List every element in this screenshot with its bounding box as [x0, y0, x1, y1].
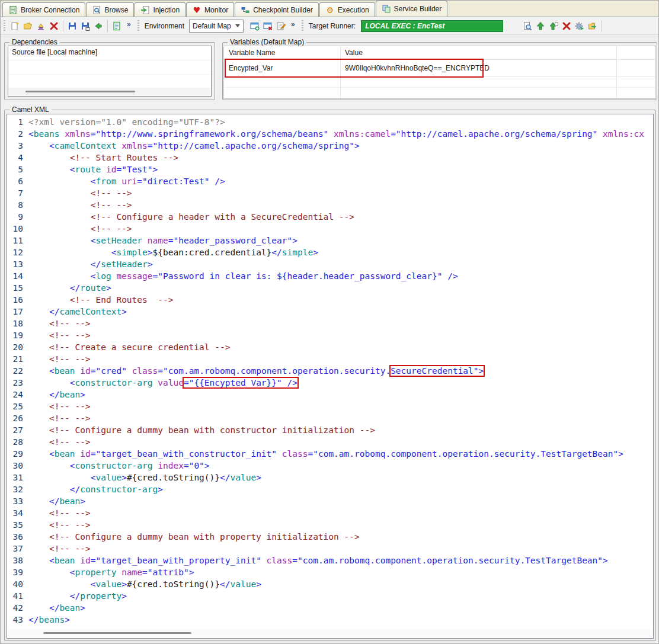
toolbar-grip[interactable]: [137, 20, 139, 32]
highlight-box: SecureCredential">: [391, 366, 484, 376]
toolbar-grip[interactable]: [4, 20, 5, 32]
toolbar-separator: [602, 20, 602, 32]
gear-icon: ⚙: [325, 5, 335, 15]
code-line: 2<beans xmlns="http://www.springframewor…: [7, 128, 653, 140]
variables-title: Variables (Default Map): [228, 38, 306, 46]
heart-icon: ♥: [192, 5, 201, 15]
report-icon[interactable]: [110, 20, 123, 33]
save-icon[interactable]: [66, 20, 79, 33]
edit-map-icon[interactable]: [274, 20, 287, 33]
column-header-value[interactable]: Value: [340, 46, 616, 59]
code-line: 35 <!-- -->: [7, 519, 653, 531]
code-line: 9 <!-- Configure a header with a SecureC…: [7, 211, 653, 223]
tab-injection[interactable]: Injection: [135, 2, 185, 17]
code-line: 7 <!-- -->: [7, 187, 653, 199]
table-empty-row: [224, 77, 655, 88]
code-line: 12 <simple>${bean:cred.credential}</simp…: [7, 246, 653, 258]
scrollbar-thumb[interactable]: [25, 91, 135, 92]
code-line: 41 </property>: [7, 590, 653, 602]
code-line: 10 <!-- -->: [7, 223, 653, 235]
toolbar: » Environment Default Map » Target Runne…: [1, 17, 658, 35]
list-empty-row: [8, 75, 211, 89]
tab-broker-connection[interactable]: Broker Connection: [2, 2, 85, 17]
code-line: 15 </route>: [7, 282, 653, 294]
dependencies-panel: Dependencies Source file [Local machine]: [4, 42, 215, 100]
code-lines: 1<?xml version="1.0" encoding="UTF-8"?>2…: [7, 116, 653, 627]
code-line: 14 <log message="Password in clear is: $…: [7, 270, 653, 282]
toolbar-separator: [107, 20, 108, 32]
dependencies-list[interactable]: Source file [Local machine]: [8, 46, 212, 97]
toolbar-grip[interactable]: [302, 20, 303, 32]
export-folder-icon[interactable]: [586, 20, 599, 33]
code-line: 37 <!-- -->: [7, 543, 653, 555]
save-as-icon[interactable]: [79, 20, 92, 33]
scrollbar-thumb[interactable]: [43, 632, 191, 634]
code-line: 23 <constructor-arg value="{{Encypted_Va…: [7, 377, 653, 389]
document-inject-icon: [140, 5, 150, 15]
preview-icon[interactable]: [521, 20, 534, 33]
tab-execution[interactable]: ⚙ Execution: [319, 2, 375, 17]
new-file-icon[interactable]: [8, 20, 21, 33]
app-window: Broker Connection Browse Injection ♥ Mon…: [0, 0, 659, 644]
tab-label: Checkpoint Builder: [253, 6, 313, 14]
delete-icon[interactable]: [560, 20, 573, 33]
environment-label: Environment: [145, 22, 184, 30]
code-line: 16 <!-- End Routes -->: [7, 294, 653, 306]
code-line: 13 </setHeader>: [7, 258, 653, 270]
dependencies-hscrollbar[interactable]: [9, 88, 210, 95]
toolbar-overflow-chevron[interactable]: »: [291, 20, 295, 28]
tab-service-builder[interactable]: Service Builder: [376, 1, 448, 17]
upload-icon[interactable]: [534, 20, 547, 33]
code-line: 20 <!-- Create a secure credential -->: [7, 341, 653, 353]
code-line: 18 <!-- -->: [7, 318, 653, 329]
list-item[interactable]: Source file [Local machine]: [8, 46, 211, 60]
code-line: 43</beans>: [7, 614, 653, 626]
variables-panel: Variables (Default Map) Variable Name Va…: [222, 42, 657, 100]
chevron-down-icon: [235, 24, 240, 27]
revert-arrow-icon[interactable]: [92, 20, 105, 33]
code-line: 26 <!-- -->: [7, 412, 653, 424]
code-line: 24 </bean>: [7, 389, 653, 401]
deploy-icon[interactable]: [34, 20, 47, 33]
code-line: 6 <from uri="direct:Test" />: [7, 175, 653, 187]
variable-name-cell[interactable]: Encypted_Var: [224, 62, 340, 75]
delete-icon[interactable]: [47, 20, 60, 33]
toolbar-separator: [63, 20, 63, 32]
variables-table: Variable Name Value Encypted_Var 9W0Ilqo…: [223, 46, 656, 99]
upload-page-icon[interactable]: [547, 20, 560, 33]
editor-hscrollbar[interactable]: [8, 629, 652, 637]
tab-browse[interactable]: Browse: [86, 2, 134, 17]
pages-icon: [382, 4, 391, 14]
add-map-icon[interactable]: [248, 20, 261, 33]
environment-selected-value: Default Map: [193, 22, 231, 30]
table-header-row: Variable Name Value: [224, 46, 655, 60]
code-line: 33 </bean>: [7, 495, 653, 507]
code-line: 19 <!-- -->: [7, 329, 653, 341]
open-folder-icon[interactable]: [21, 20, 34, 33]
tab-checkpoint-builder[interactable]: Checkpoint Builder: [235, 2, 319, 17]
target-runner-value[interactable]: LOCAL EXEC : EncTest: [361, 20, 503, 32]
column-header-variable-name[interactable]: Variable Name: [224, 46, 340, 59]
code-line: 28 <!-- -->: [7, 436, 653, 448]
code-line: 4 <!-- Start Routes -->: [7, 152, 653, 164]
xml-editor[interactable]: 1<?xml version="1.0" encoding="UTF-8"?>2…: [7, 114, 654, 639]
toolbar-overflow-chevron[interactable]: »: [127, 20, 131, 28]
tab-label: Browse: [104, 6, 128, 14]
variable-value-cell[interactable]: 9W0IlqoH0kvhnRHnoBqteQ==_ENCRYPTED: [340, 62, 616, 75]
code-line: 3 <camelContext xmlns="http://camel.apac…: [7, 140, 653, 152]
table-row[interactable]: Encypted_Var 9W0IlqoH0kvhnRHnoBqteQ==_EN…: [224, 60, 655, 77]
code-line: 32 </constructor-arg>: [7, 483, 653, 495]
code-line: 42 </bean>: [7, 602, 653, 614]
environment-select[interactable]: Default Map: [189, 20, 244, 33]
gear-run-icon[interactable]: [573, 20, 586, 33]
code-line: 1<?xml version="1.0" encoding="UTF-8"?>: [7, 116, 653, 128]
tab-label: Service Builder: [394, 5, 442, 13]
tab-monitor[interactable]: ♥ Monitor: [186, 2, 234, 17]
code-line: 22 <bean id="cred" class="com.am.robomq.…: [7, 365, 653, 377]
highlight-box: ="{{Encypted_Var}}" />: [184, 378, 297, 387]
remove-map-icon[interactable]: [261, 20, 274, 33]
tab-bar: Broker Connection Browse Injection ♥ Mon…: [1, 1, 658, 17]
tab-label: Injection: [153, 6, 180, 14]
list-empty-row: [8, 60, 211, 75]
code-line: 5 <route id="Test">: [7, 164, 653, 175]
